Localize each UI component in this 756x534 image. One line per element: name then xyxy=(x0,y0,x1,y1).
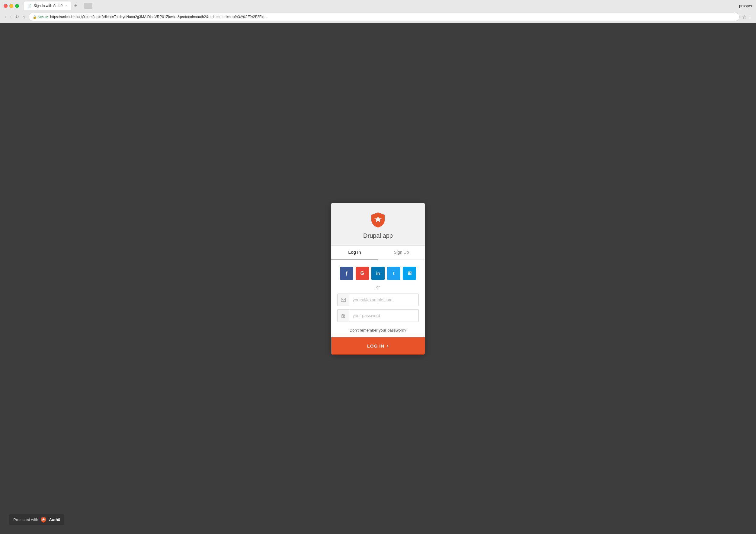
svg-rect-1 xyxy=(341,298,345,302)
forgot-password-link[interactable]: Don't remember your password? xyxy=(337,325,419,337)
linkedin-login-button[interactable]: in xyxy=(371,267,385,280)
google-icon: G xyxy=(361,271,364,276)
browser-tab[interactable]: 📄 Sign In with Auth0 × xyxy=(24,2,71,10)
tab-login[interactable]: Log In xyxy=(331,245,378,259)
nav-buttons: ‹ › ↻ ⌂ xyxy=(4,13,26,20)
profile-username: prosper xyxy=(739,4,752,8)
secure-badge: 🔒 Secure xyxy=(33,15,48,19)
lock-icon: 🔒 xyxy=(33,15,37,19)
home-button[interactable]: ⌂ xyxy=(21,14,26,20)
address-bar-actions: ☆ ⋮ xyxy=(742,14,752,20)
password-field[interactable] xyxy=(349,310,418,321)
browser-menu-button[interactable]: ⋮ xyxy=(747,14,752,20)
back-button[interactable]: ‹ xyxy=(4,13,8,20)
url-text: https://unicoder.auth0.com/login?client=… xyxy=(50,15,267,19)
address-bar[interactable]: 🔒 Secure https://unicoder.auth0.com/logi… xyxy=(29,13,740,21)
auth0-badge-logo-icon xyxy=(40,517,46,522)
login-button[interactable]: LOG IN › xyxy=(331,337,425,354)
address-bar-row: ‹ › ↻ ⌂ 🔒 Secure https://unicoder.auth0.… xyxy=(0,12,756,23)
tab-title: Sign In with Auth0 xyxy=(34,4,63,8)
card-body: f G in t ⊞ or xyxy=(331,260,425,337)
card-header: Drupal app xyxy=(331,203,425,245)
auth0-brand-name: Auth0 xyxy=(49,518,60,522)
linkedin-icon: in xyxy=(376,271,380,276)
windows-icon: ⊞ xyxy=(408,270,412,276)
email-icon xyxy=(338,294,349,306)
refresh-button[interactable]: ↻ xyxy=(14,14,20,20)
close-button[interactable] xyxy=(4,4,8,8)
protected-text: Protected with xyxy=(13,518,38,522)
login-arrow-icon: › xyxy=(387,343,389,349)
twitter-login-button[interactable]: t xyxy=(387,267,400,280)
twitter-icon: t xyxy=(393,271,394,276)
protected-badge: Protected with Auth0 xyxy=(9,514,64,525)
maximize-button[interactable] xyxy=(15,4,19,8)
tab-strip-icon xyxy=(84,3,93,9)
browser-content: Drupal app Log In Sign Up f G in t xyxy=(0,23,756,534)
app-name: Drupal app xyxy=(363,232,393,239)
divider-text: or xyxy=(337,285,419,289)
traffic-lights xyxy=(4,4,19,8)
facebook-icon: f xyxy=(346,270,347,276)
minimize-button[interactable] xyxy=(9,4,13,8)
tab-page-icon: 📄 xyxy=(27,4,32,8)
browser-chrome: 📄 Sign In with Auth0 × + prosper ‹ › ↻ ⌂… xyxy=(0,0,756,23)
email-field[interactable] xyxy=(349,294,418,305)
tab-close-button[interactable]: × xyxy=(66,4,67,8)
title-bar: 📄 Sign In with Auth0 × + prosper xyxy=(0,0,756,12)
facebook-login-button[interactable]: f xyxy=(340,267,353,280)
social-buttons: f G in t ⊞ xyxy=(337,267,419,280)
auth0-shield-logo xyxy=(369,211,387,228)
bookmark-button[interactable]: ☆ xyxy=(742,14,746,20)
svg-point-3 xyxy=(343,316,343,317)
login-card: Drupal app Log In Sign Up f G in t xyxy=(331,203,425,354)
google-login-button[interactable]: G xyxy=(356,267,369,280)
lock-input-icon xyxy=(338,310,349,321)
tab-signup[interactable]: Sign Up xyxy=(378,245,425,259)
password-input-group xyxy=(337,309,419,322)
card-tabs: Log In Sign Up xyxy=(331,245,425,260)
login-button-text: LOG IN xyxy=(367,343,385,348)
forward-button[interactable]: › xyxy=(9,13,13,20)
secure-text: Secure xyxy=(38,15,48,19)
email-input-group xyxy=(337,293,419,306)
windows-login-button[interactable]: ⊞ xyxy=(403,267,416,280)
new-tab-button[interactable]: + xyxy=(72,3,79,9)
